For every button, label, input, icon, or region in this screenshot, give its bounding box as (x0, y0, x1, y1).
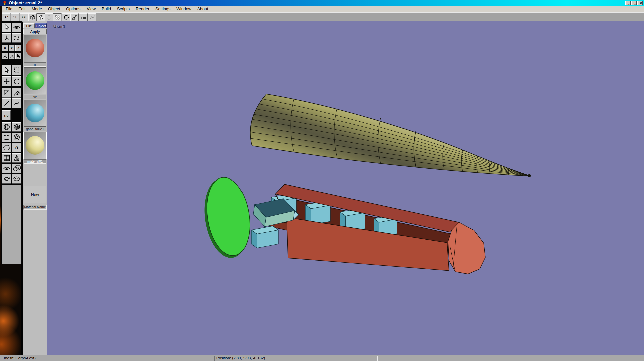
drag-points-icon[interactable] (12, 33, 21, 43)
cut-glyph: ✂ (22, 15, 26, 20)
app-window: Object: essai 2* _ ❐ ✕ File Edit Mode Ob… (0, 0, 644, 361)
menu-item-render[interactable]: Render (133, 7, 152, 11)
status-extra-panel (378, 356, 389, 361)
menu-item-file[interactable]: File (3, 7, 15, 11)
scale-tool-icon[interactable] (2, 88, 11, 98)
redo-icon[interactable]: ↷ (11, 13, 19, 21)
material-tile-gaba-taille1[interactable] (24, 100, 46, 127)
menu-item-options[interactable]: Options (63, 7, 84, 11)
eye-shape-icon[interactable] (2, 164, 11, 173)
material-sphere-green (26, 71, 44, 90)
wireframe-cube-icon[interactable] (28, 13, 37, 21)
menu-item-view[interactable]: View (84, 7, 99, 11)
material-tile-vv[interactable] (24, 67, 46, 94)
arc-rotate-icon[interactable] (62, 13, 70, 21)
undo-glyph: ↶ (4, 15, 8, 20)
rect-select-icon[interactable] (12, 65, 21, 75)
material-tile-material01[interactable] (24, 132, 46, 159)
graph-icon[interactable] (88, 13, 96, 21)
title-bar: Object: essai 2* _ ❐ ✕ (0, 0, 644, 6)
axis-triad-icon[interactable] (2, 33, 11, 43)
rotate-tool-icon[interactable] (12, 76, 21, 86)
menu-item-build[interactable]: Build (99, 7, 114, 11)
select-arrow-icon[interactable] (2, 23, 11, 32)
spline-tool-icon[interactable] (12, 98, 21, 108)
viewport-canvas[interactable] (47, 21, 644, 355)
cut-icon[interactable]: ✂ (20, 13, 28, 21)
material-name-gaba-taille1[interactable]: gaba_taille1 (24, 127, 46, 131)
list-icon[interactable] (79, 13, 88, 21)
restore-button[interactable]: ❐ (631, 1, 637, 5)
material-tile-rr[interactable] (24, 35, 46, 62)
ngon-primitive-icon[interactable] (2, 143, 11, 152)
sphere-primitive-icon[interactable] (2, 122, 11, 132)
dashed-circle-icon[interactable] (45, 13, 53, 21)
line-tool-icon[interactable] (2, 98, 11, 108)
undo-icon[interactable]: ↶ (2, 13, 10, 21)
main-toolbar: ↶ ↷ ✂ (0, 12, 644, 22)
cylinder-primitive-icon[interactable] (2, 133, 11, 142)
extrude-cube-icon[interactable] (12, 88, 21, 98)
tab-object[interactable]: Object (35, 23, 47, 28)
torus-icon[interactable] (12, 174, 21, 184)
status-position: Position: (2.89, 5.93, -0.132) (214, 356, 378, 361)
menu-item-mode[interactable]: Mode (29, 7, 45, 11)
solid-cube-icon[interactable] (37, 13, 45, 21)
menu-item-about[interactable]: About (194, 7, 211, 11)
status-mesh-info: mesh: Corps-Lext2_ (2, 356, 214, 361)
material-name-vv[interactable]: vv (24, 95, 46, 99)
menu-bar: File Edit Mode Object Options View Build… (0, 6, 644, 12)
point-edit-icon[interactable] (53, 13, 61, 21)
grid-plate-icon[interactable] (2, 153, 11, 163)
spiral-icon[interactable] (12, 164, 21, 173)
octagonal-hull-body[interactable] (266, 184, 485, 274)
uv-tool-button[interactable]: uv (2, 110, 11, 120)
material-name-rr[interactable]: rr (24, 62, 46, 67)
axis-x-button[interactable]: X (2, 45, 8, 51)
minimize-button[interactable]: _ (625, 1, 631, 5)
redo-glyph: ↷ (13, 15, 17, 20)
material-sphere-red (26, 39, 44, 57)
close-button[interactable]: ✕ (637, 1, 643, 5)
axis-y-button[interactable]: Y (9, 45, 15, 51)
eye-icon[interactable] (12, 23, 21, 32)
material-sphere-yellow (26, 136, 44, 155)
desktop-wallpaper-lower (0, 264, 21, 355)
green-end-disc[interactable] (199, 174, 255, 261)
tab-file[interactable]: File (23, 23, 35, 28)
menu-item-edit[interactable]: Edit (15, 7, 29, 11)
sidebar-filler-panel (2, 185, 21, 264)
corner-axis-icon[interactable] (15, 53, 21, 59)
locate-icon[interactable] (70, 13, 79, 21)
move-tool-icon[interactable] (2, 76, 11, 86)
viewport[interactable]: User1 (47, 21, 644, 355)
teapot-icon[interactable] (2, 174, 11, 184)
menu-item-window[interactable]: Window (173, 7, 194, 11)
text-tool-icon[interactable]: A (12, 143, 21, 152)
cone-primitive-icon[interactable] (12, 153, 21, 163)
app-icon (2, 1, 7, 5)
screen-axis-icon[interactable] (9, 53, 15, 59)
material-sphere-blue (26, 104, 44, 122)
status-bar: mesh: Corps-Lext2_ Position: (2.89, 5.93… (0, 355, 644, 361)
fuselage-wireframe-mesh[interactable] (250, 94, 531, 177)
menu-item-settings[interactable]: Settings (152, 7, 173, 11)
menu-item-scripts[interactable]: Scripts (114, 7, 133, 11)
material-name-footer: Material Name (23, 205, 47, 210)
apply-button[interactable]: Apply (23, 29, 47, 34)
material-name-material01[interactable]: material01 (24, 159, 46, 164)
menu-item-object[interactable]: Object (45, 7, 63, 11)
select-tool-icon[interactable] (2, 65, 11, 75)
cube-primitive-icon[interactable] (12, 122, 21, 132)
geodesic-sphere-icon[interactable] (12, 133, 21, 142)
materials-panel: File Object Apply rr vv gaba_taille1 mat… (23, 21, 47, 355)
new-material-button[interactable]: New (24, 186, 46, 203)
window-title: Object: essai 2* (9, 0, 42, 5)
axis-z-button[interactable]: Z (15, 45, 21, 51)
world-axis-icon[interactable] (2, 53, 8, 59)
